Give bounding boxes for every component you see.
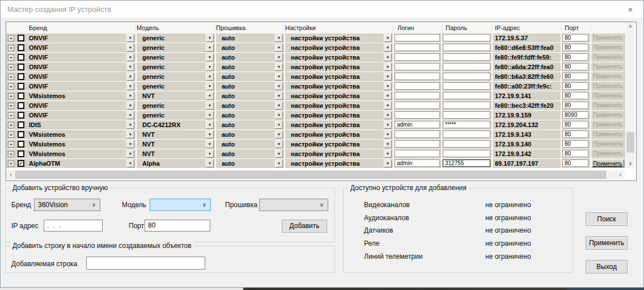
settings-dropdown-icon[interactable]: ▼	[384, 102, 392, 110]
row-checkbox[interactable]	[18, 44, 24, 51]
vertical-scrollbar[interactable]: ∧ ∨	[626, 22, 635, 169]
scroll-up-icon[interactable]: ∧	[626, 22, 635, 31]
model-dropdown-icon[interactable]: ▼	[206, 63, 214, 71]
password-input[interactable]	[443, 131, 490, 138]
apply-row-button[interactable]: Применить	[591, 73, 624, 81]
brand-dropdown-icon[interactable]: ▼	[126, 44, 134, 52]
expand-icon[interactable]: +	[8, 54, 14, 61]
expand-icon[interactable]: +	[8, 151, 14, 157]
apply-button[interactable]: Применить	[586, 236, 628, 250]
add-button[interactable]: Добавить	[282, 220, 327, 233]
brand-dropdown-icon[interactable]: ▼	[126, 92, 134, 100]
brand-dropdown-icon[interactable]: ▼	[126, 102, 134, 110]
password-input[interactable]	[443, 53, 490, 61]
apply-row-button[interactable]: Применить	[591, 34, 624, 42]
port-input[interactable]: 8090	[562, 111, 588, 119]
model-dropdown-icon[interactable]: ▼	[206, 34, 214, 42]
expand-icon[interactable]: +	[8, 161, 14, 167]
model-dropdown-icon[interactable]: ▼	[206, 159, 214, 167]
row-checkbox[interactable]	[18, 83, 24, 90]
row-checkbox[interactable]: ✓	[18, 160, 24, 167]
firmware-dropdown-icon[interactable]: ▼	[275, 140, 283, 148]
settings-dropdown-icon[interactable]: ▼	[384, 82, 392, 90]
row-checkbox[interactable]	[18, 121, 24, 128]
port-input[interactable]: 80	[562, 53, 588, 61]
login-input[interactable]	[395, 150, 440, 157]
port-input[interactable]: 80	[562, 92, 588, 99]
model-dropdown-icon[interactable]: ▼	[206, 53, 214, 61]
firmware-dropdown-icon[interactable]: ▼	[275, 102, 283, 110]
model-dropdown-icon[interactable]: ▼	[206, 92, 214, 100]
model-dropdown-icon[interactable]: ▼	[206, 140, 214, 148]
apply-row-button[interactable]: Применить	[591, 92, 624, 100]
settings-dropdown-icon[interactable]: ▼	[384, 111, 392, 119]
firmware-dropdown-icon[interactable]: ▼	[275, 63, 283, 71]
password-input[interactable]	[443, 34, 490, 41]
expand-icon[interactable]: +	[8, 122, 14, 128]
port-input[interactable]: 80	[562, 73, 588, 80]
expand-icon[interactable]: +	[8, 74, 14, 80]
brand-dropdown-icon[interactable]: ▼	[126, 34, 134, 42]
row-checkbox[interactable]	[18, 35, 24, 41]
password-input[interactable]: *****	[443, 121, 490, 128]
port-input[interactable]: 80	[562, 63, 588, 70]
row-checkbox[interactable]	[18, 131, 24, 138]
row-checkbox[interactable]	[18, 112, 24, 119]
login-input[interactable]	[395, 102, 440, 109]
port-input[interactable]: 80	[562, 150, 588, 157]
password-input[interactable]	[443, 63, 490, 70]
ip-input[interactable]: . . .	[44, 220, 103, 232]
login-input[interactable]	[395, 131, 440, 138]
login-input[interactable]	[395, 73, 440, 80]
apply-row-button[interactable]: Применить	[591, 102, 624, 110]
settings-dropdown-icon[interactable]: ▼	[384, 44, 392, 52]
port-input[interactable]: 80	[145, 220, 210, 232]
port-input[interactable]: 80	[562, 140, 588, 148]
firmware-dropdown-icon[interactable]: ▼	[275, 82, 283, 90]
search-button[interactable]: Поиск	[586, 212, 628, 226]
port-input[interactable]: 80	[562, 102, 588, 109]
apply-row-button[interactable]: Применить	[591, 53, 624, 61]
firmware-dropdown-icon[interactable]: ▼	[275, 131, 283, 138]
settings-dropdown-icon[interactable]: ▼	[384, 34, 392, 42]
firmware-dropdown-icon[interactable]: ▼	[275, 73, 283, 81]
password-input[interactable]	[443, 44, 490, 51]
firmware-dropdown-icon[interactable]: ▼	[275, 34, 283, 42]
port-input[interactable]: 80	[562, 34, 588, 41]
model-dropdown-icon[interactable]: ▼	[206, 121, 214, 129]
settings-dropdown-icon[interactable]: ▼	[384, 150, 392, 158]
settings-dropdown-icon[interactable]: ▼	[384, 159, 392, 167]
port-input[interactable]: 80	[562, 121, 588, 128]
brand-dropdown-icon[interactable]: ▼	[126, 73, 134, 81]
brand-dropdown-icon[interactable]: ▼	[126, 111, 134, 119]
vertical-scroll-thumb[interactable]	[626, 132, 634, 153]
row-checkbox[interactable]	[18, 93, 24, 99]
login-input[interactable]	[395, 53, 440, 61]
port-input[interactable]: 80	[562, 159, 588, 167]
row-checkbox[interactable]	[18, 64, 24, 70]
row-checkbox[interactable]	[18, 54, 24, 61]
password-input[interactable]: 312755	[443, 159, 490, 167]
password-input[interactable]	[443, 92, 490, 99]
password-input[interactable]	[443, 73, 490, 80]
scroll-down-icon[interactable]: ∨	[626, 159, 635, 169]
model-dropdown-icon[interactable]: ▼	[206, 44, 214, 52]
expand-icon[interactable]: +	[8, 112, 14, 119]
login-input[interactable]	[395, 140, 440, 148]
firmware-dropdown-icon[interactable]: ▼	[275, 159, 283, 167]
firmware-dropdown-icon[interactable]: ▼	[275, 92, 283, 100]
login-input[interactable]	[395, 34, 440, 41]
model-combobox[interactable]: ∨	[150, 199, 211, 211]
apply-row-button[interactable]: Применить	[591, 131, 624, 138]
expand-icon[interactable]: +	[8, 64, 14, 70]
horizontal-scroll-thumb[interactable]	[15, 171, 606, 179]
model-dropdown-icon[interactable]: ▼	[206, 73, 214, 81]
model-dropdown-icon[interactable]: ▼	[206, 82, 214, 90]
apply-row-button[interactable]: Применить	[591, 140, 624, 148]
firmware-combobox[interactable]: ∨	[259, 199, 328, 211]
expand-icon[interactable]: +	[8, 35, 14, 41]
login-input[interactable]: admin	[395, 121, 440, 128]
password-input[interactable]	[443, 150, 490, 157]
model-dropdown-icon[interactable]: ▼	[206, 150, 214, 158]
settings-dropdown-icon[interactable]: ▼	[384, 131, 392, 138]
